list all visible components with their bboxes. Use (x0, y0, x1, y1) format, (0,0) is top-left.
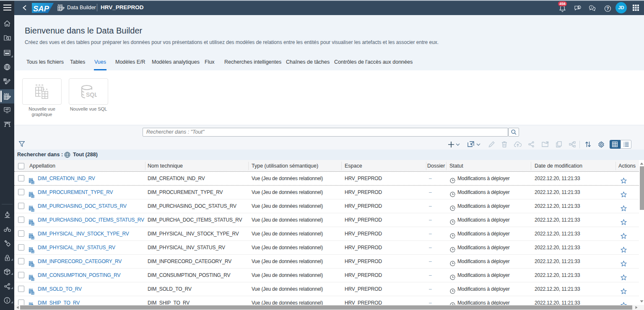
svg-text:SAP: SAP (33, 4, 49, 13)
svg-text:?: ? (606, 6, 609, 11)
svg-text:SQL: SQL (86, 91, 97, 98)
